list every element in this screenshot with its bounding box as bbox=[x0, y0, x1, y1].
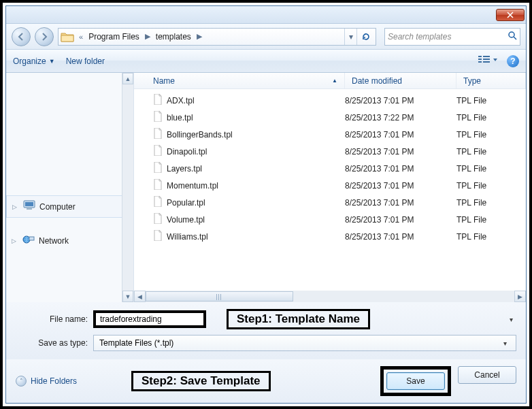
file-icon bbox=[153, 111, 163, 124]
scroll-thumb[interactable] bbox=[146, 291, 293, 301]
column-header-name[interactable]: Name ▲ bbox=[134, 73, 345, 88]
file-name-input[interactable]: tradeforextrading bbox=[93, 310, 206, 328]
save-dialog: « Program Files ▶ templates ▶ ▾ Search t… bbox=[5, 5, 527, 404]
arrow-right-icon bbox=[39, 32, 49, 42]
file-type: TPL File bbox=[456, 181, 526, 191]
svg-point-0 bbox=[509, 32, 514, 37]
file-type: TPL File bbox=[456, 164, 526, 174]
file-date: 8/25/2013 7:01 PM bbox=[345, 96, 456, 105]
file-list-header: Name ▲ Date modified Type bbox=[134, 73, 526, 89]
file-icon bbox=[153, 230, 163, 243]
address-bar[interactable]: « Program Files ▶ templates ▶ ▾ bbox=[58, 28, 376, 46]
file-name-label: File name: bbox=[16, 314, 88, 324]
file-date: 8/25/2013 7:01 PM bbox=[345, 130, 456, 140]
sort-asc-icon: ▲ bbox=[332, 78, 337, 84]
arrow-left-icon bbox=[16, 32, 26, 42]
file-name: BollingerBands.tpl bbox=[167, 130, 233, 140]
breadcrumb-segment[interactable]: templates bbox=[154, 32, 193, 42]
file-date: 8/25/2013 7:01 PM bbox=[345, 181, 456, 191]
view-options-button[interactable] bbox=[478, 54, 497, 67]
file-icon bbox=[153, 145, 163, 158]
file-row[interactable]: Williams.tpl8/25/2013 7:01 PMTPL File bbox=[134, 228, 526, 245]
save-button[interactable]: Save bbox=[386, 372, 445, 390]
svg-rect-8 bbox=[25, 202, 33, 206]
file-row[interactable]: Layers.tpl8/25/2013 7:01 PMTPL File bbox=[134, 160, 526, 177]
column-header-date[interactable]: Date modified bbox=[345, 73, 456, 88]
scroll-left-icon[interactable]: ◀ bbox=[134, 291, 146, 302]
annotation-step2: Step2: Save Template bbox=[131, 371, 270, 391]
file-row[interactable]: BollingerBands.tpl8/25/2013 7:01 PMTPL F… bbox=[134, 126, 526, 143]
chevron-up-icon: ˄ bbox=[16, 376, 27, 387]
file-date: 8/25/2013 7:22 PM bbox=[345, 113, 456, 122]
network-icon bbox=[22, 234, 35, 247]
file-name-dropdown[interactable]: ▾ bbox=[505, 316, 516, 323]
horizontal-scrollbar[interactable]: ◀ ▶ bbox=[134, 291, 526, 302]
address-dropdown[interactable]: ▾ bbox=[344, 29, 356, 45]
nav-sidebar: ▷ Computer ▷ Network ▲ ▼ bbox=[6, 73, 134, 302]
folder-icon bbox=[60, 29, 75, 44]
file-row[interactable]: Popular.tpl8/25/2013 7:01 PMTPL File bbox=[134, 194, 526, 211]
file-list-body: ADX.tpl8/25/2013 7:01 PMTPL Fileblue.tpl… bbox=[134, 89, 526, 291]
sidebar-item-network[interactable]: ▷ Network bbox=[6, 230, 133, 251]
cancel-button[interactable]: Cancel bbox=[458, 366, 516, 384]
sidebar-scrollbar[interactable]: ▲ ▼ bbox=[122, 73, 133, 302]
close-button[interactable] bbox=[496, 9, 525, 21]
organize-menu[interactable]: Organize ▼ bbox=[13, 56, 55, 66]
file-type: TPL File bbox=[456, 96, 526, 105]
scroll-track[interactable] bbox=[146, 291, 514, 302]
dialog-body: ▷ Computer ▷ Network ▲ ▼ bbox=[6, 73, 526, 302]
file-name: Williams.tpl bbox=[167, 232, 208, 242]
breadcrumb-sep: ▶ bbox=[193, 32, 206, 41]
file-icon bbox=[153, 128, 163, 141]
file-name: ADX.tpl bbox=[167, 96, 195, 105]
help-button[interactable]: ? bbox=[507, 55, 519, 67]
close-icon bbox=[507, 12, 514, 18]
search-input[interactable]: Search templates bbox=[384, 28, 520, 46]
file-row[interactable]: ADX.tpl8/25/2013 7:01 PMTPL File bbox=[134, 92, 526, 109]
refresh-button[interactable] bbox=[356, 29, 374, 45]
scroll-down-icon[interactable]: ▼ bbox=[122, 291, 133, 302]
file-type: TPL File bbox=[456, 215, 526, 225]
navigation-row: « Program Files ▶ templates ▶ ▾ Search t… bbox=[6, 24, 526, 50]
search-placeholder: Search templates bbox=[388, 32, 451, 42]
file-icon bbox=[153, 213, 163, 226]
file-name: Momentum.tpl bbox=[167, 181, 218, 191]
save-as-type-dropdown[interactable]: Template Files (*.tpl) ▾ bbox=[93, 335, 516, 351]
sidebar-item-label: Computer bbox=[39, 202, 76, 212]
organize-label: Organize bbox=[13, 56, 46, 66]
expander-icon: ▷ bbox=[12, 238, 18, 244]
annotation-step1: Step1: Template Name bbox=[227, 309, 370, 329]
file-date: 8/25/2013 7:01 PM bbox=[345, 232, 456, 242]
column-header-type[interactable]: Type bbox=[456, 73, 526, 88]
save-button-highlight: Save bbox=[380, 366, 451, 396]
new-folder-label: New folder bbox=[66, 56, 105, 66]
new-folder-button[interactable]: New folder bbox=[66, 56, 105, 66]
svg-rect-5 bbox=[483, 59, 490, 60]
file-name: Popular.tpl bbox=[167, 198, 205, 208]
save-as-type-value: Template Files (*.tpl) bbox=[99, 338, 173, 348]
file-date: 8/25/2013 7:01 PM bbox=[345, 164, 456, 174]
svg-rect-2 bbox=[478, 59, 482, 60]
breadcrumb-segment[interactable]: Program Files bbox=[87, 32, 141, 42]
hide-folders-button[interactable]: ˄ Hide Folders bbox=[16, 376, 77, 387]
computer-icon bbox=[23, 200, 35, 213]
search-icon bbox=[508, 31, 517, 42]
scroll-up-icon[interactable]: ▲ bbox=[122, 73, 133, 84]
nav-back-button[interactable] bbox=[12, 27, 31, 46]
file-row[interactable]: blue.tpl8/25/2013 7:22 PMTPL File bbox=[134, 109, 526, 126]
dialog-toolbar: Organize ▼ New folder ? bbox=[6, 50, 526, 73]
file-type: TPL File bbox=[456, 232, 526, 242]
chevron-down-icon: ▼ bbox=[49, 58, 55, 65]
nav-forward-button[interactable] bbox=[35, 27, 54, 46]
chevron-down-icon: ▾ bbox=[499, 340, 510, 347]
svg-rect-11 bbox=[29, 237, 34, 240]
file-icon bbox=[153, 162, 163, 175]
expander-icon: ▷ bbox=[12, 203, 19, 210]
column-label: Date modified bbox=[352, 76, 402, 86]
refresh-icon bbox=[361, 32, 371, 42]
scroll-right-icon[interactable]: ▶ bbox=[514, 291, 526, 302]
sidebar-item-computer[interactable]: ▷ Computer bbox=[6, 195, 133, 218]
file-row[interactable]: Dinapoli.tpl8/25/2013 7:01 PMTPL File bbox=[134, 143, 526, 160]
file-row[interactable]: Volume.tpl8/25/2013 7:01 PMTPL File bbox=[134, 211, 526, 228]
file-row[interactable]: Momentum.tpl8/25/2013 7:01 PMTPL File bbox=[134, 177, 526, 194]
